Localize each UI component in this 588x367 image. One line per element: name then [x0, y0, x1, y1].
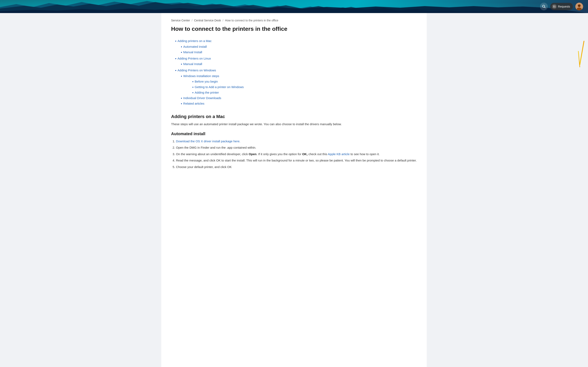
- avatar-image: [575, 3, 583, 10]
- breadcrumb-central-service-desk[interactable]: Central Service Desk: [194, 19, 221, 22]
- step-3: On the warning about an unidentified dev…: [176, 151, 417, 157]
- top-navigation: 11 Requests: [0, 0, 588, 13]
- toc-link-driver-downloads[interactable]: Individual Driver Downloads: [183, 95, 221, 101]
- toc-link-getting-to-add-printer[interactable]: Getting to Add a printer on Windows: [195, 84, 244, 90]
- mac-section-intro: These steps will use an automated printe…: [171, 122, 417, 127]
- content-card: Service Center / Central Service Desk / …: [161, 13, 427, 367]
- toc-link-linux-manual[interactable]: Manual Install: [183, 61, 202, 67]
- breadcrumb-sep-2: /: [223, 19, 223, 22]
- requests-count-badge: 11: [552, 4, 557, 9]
- breadcrumb-sep-1: /: [192, 19, 192, 22]
- mountain-decoration: [0, 0, 588, 13]
- page-wrapper: Service Center / Central Service Desk / …: [0, 13, 588, 367]
- toc-link-linux[interactable]: Adding Printers on Linux: [178, 56, 211, 61]
- table-of-contents: Adding printers on a Mac Automated insta…: [175, 38, 417, 106]
- step-5: Choose your default printer, and click O…: [176, 164, 417, 170]
- step-3-apple-kb-link[interactable]: Apple KB article: [328, 152, 350, 156]
- step-2: Open the DMG in Finder and run the .app …: [176, 145, 417, 150]
- toc-link-mac[interactable]: Adding printers on a Mac: [178, 38, 212, 44]
- avatar-svg: [575, 3, 583, 10]
- breadcrumb-service-center[interactable]: Service Center: [171, 19, 190, 22]
- nav-actions: 11 Requests: [540, 3, 583, 10]
- nav-background-pattern: [0, 0, 588, 13]
- step-3-bold-ok: OK,: [302, 152, 308, 156]
- svg-line-1: [544, 7, 545, 8]
- mac-section-heading: Adding printers on a Mac: [171, 114, 417, 119]
- requests-label: Requests: [558, 5, 570, 8]
- svg-point-5: [578, 5, 579, 6]
- requests-button[interactable]: 11 Requests: [550, 3, 573, 10]
- svg-point-6: [579, 5, 580, 6]
- toc-link-mac-automated[interactable]: Automated install: [183, 44, 207, 49]
- toc-link-adding-the-printer[interactable]: Adding the printer: [195, 90, 219, 95]
- step-1: Download the OS X driver install package…: [176, 139, 417, 144]
- step-4: Read the message, and click OK to start …: [176, 158, 417, 163]
- breadcrumb: Service Center / Central Service Desk / …: [171, 19, 417, 22]
- automated-install-heading: Automated install: [171, 132, 417, 136]
- svg-point-3: [578, 4, 581, 7]
- search-icon: [542, 5, 546, 8]
- step-3-bold-open: Open: [249, 152, 256, 156]
- search-button[interactable]: [540, 3, 548, 10]
- toc-link-before-you-begin[interactable]: Before you begin: [195, 79, 218, 84]
- toc-link-windows[interactable]: Adding Printers on Windows: [178, 68, 216, 73]
- page-title: How to connect to the printers in the of…: [171, 25, 417, 33]
- step-1-download-link[interactable]: Download the OS X driver install package…: [176, 140, 240, 143]
- toc-link-mac-manual[interactable]: Manual Install: [183, 50, 202, 55]
- automated-install-steps: Download the OS X driver install package…: [176, 139, 417, 170]
- toc-link-related-articles[interactable]: Related articles: [183, 101, 204, 106]
- avatar[interactable]: [575, 3, 583, 10]
- toc-link-windows-steps[interactable]: Windows installation steps: [183, 73, 219, 79]
- breadcrumb-current-page: How to connect to the printers in the of…: [225, 19, 278, 22]
